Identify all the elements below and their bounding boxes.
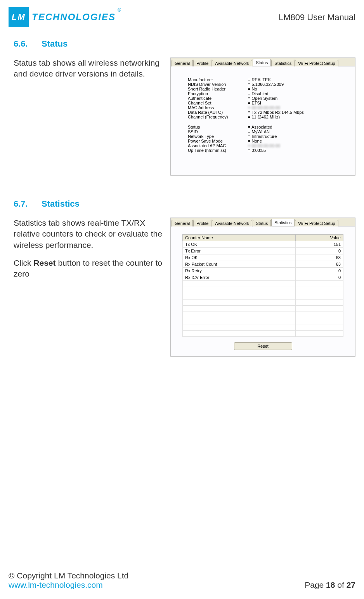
status-info-group2: StatusAssociatedSSIDMyWLANNetwork TypeIn…	[188, 125, 346, 153]
status-value: No	[248, 87, 257, 91]
tab-wi-fi-protect-setup[interactable]: Wi-Fi Protect Setup	[295, 60, 338, 66]
copyright: © Copyright LM Technologies Ltd	[9, 571, 128, 580]
table-row	[183, 281, 343, 287]
status-key: SSID	[188, 129, 248, 134]
cell-empty	[296, 281, 343, 287]
tab-profile[interactable]: Profile	[193, 60, 211, 66]
tab-general[interactable]: General	[172, 220, 193, 226]
section-description: Status tab shows all wireless networking…	[14, 57, 165, 87]
status-key: Channel Set	[188, 101, 248, 105]
status-value: 5.1066.327.2009	[248, 82, 284, 87]
status-value: Open System	[248, 96, 277, 101]
status-value: 11 (2462 MHz)	[248, 115, 280, 119]
logo-initials: LM	[12, 12, 26, 22]
status-key: Manufacturer	[188, 77, 248, 82]
table-row: Rx Retry0	[183, 268, 343, 274]
status-value: MyWLAN	[248, 129, 270, 134]
status-row: EncryptionDisabled	[188, 91, 346, 96]
status-key: Encryption	[188, 91, 248, 96]
section-number: 6.6.	[14, 39, 42, 49]
footer-left: © Copyright LM Technologies Ltd www.lm-t…	[9, 571, 128, 590]
table-row	[183, 300, 343, 306]
table-row	[183, 318, 343, 324]
cell-empty	[296, 318, 343, 324]
table-row	[183, 312, 343, 318]
footer-url: www.lm-technologies.com	[9, 580, 128, 590]
status-value: ETSI	[248, 101, 261, 105]
cell-counter-name: Tx Error	[183, 248, 296, 254]
status-value: 0:03:55	[248, 148, 266, 153]
status-row: Network TypeInfrastructure	[188, 134, 346, 139]
status-value: Tx:72 Mbps Rx:144.5 Mbps	[248, 110, 304, 115]
cell-empty	[296, 324, 343, 331]
tab-available-network[interactable]: Available Network	[212, 60, 252, 66]
table-row: Tx Error0	[183, 248, 343, 254]
cell-value: 0	[296, 274, 343, 281]
cell-empty	[296, 331, 343, 337]
cell-counter-name: Rx Retry	[183, 268, 296, 274]
cell-empty	[296, 293, 343, 300]
status-row: Associated AP MAC00:00:00:00:00	[188, 143, 346, 148]
status-value: 00:00:00:00:00	[248, 143, 280, 148]
status-value: None	[248, 139, 262, 143]
cell-empty	[183, 293, 296, 300]
tab-profile[interactable]: Profile	[193, 220, 211, 226]
status-info-group1: ManufacturerREALTEKNDIS Driver Version5.…	[188, 77, 346, 119]
status-value: REALTEK	[248, 77, 271, 82]
tab-status[interactable]: Status	[253, 59, 271, 66]
table-row	[183, 331, 343, 337]
logo-icon: LM	[9, 7, 29, 27]
status-key: Network Type	[188, 134, 248, 139]
status-row: AuthenticateOpen System	[188, 96, 346, 101]
status-row: Power Save ModeNone	[188, 139, 346, 143]
status-key: Channel (Frequency)	[188, 115, 248, 119]
status-row: SSIDMyWLAN	[188, 129, 346, 134]
table-row: Rx OK63	[183, 254, 343, 261]
cell-empty	[183, 324, 296, 331]
col-counter-name: Counter Name	[183, 235, 296, 241]
cell-value: 63	[296, 254, 343, 261]
cell-value: 63	[296, 261, 343, 268]
status-row: MAC Address00:00:00:00:00	[188, 105, 346, 110]
section-description: Statistics tab shows real-time TX/RX rel…	[14, 218, 165, 287]
status-key: NDIS Driver Version	[188, 82, 248, 87]
cell-value: 0	[296, 268, 343, 274]
status-window: GeneralProfileAvailable NetworkStatusSta…	[170, 57, 355, 176]
tab-available-network[interactable]: Available Network	[212, 220, 252, 226]
section-statistics: 6.7.Statistics Statistics tab shows real…	[0, 176, 364, 357]
logo: LM TECHNOLOGIES ®	[9, 7, 122, 27]
table-row	[183, 306, 343, 312]
section-title: Status	[42, 39, 68, 49]
table-row: Tx OK151	[183, 241, 343, 248]
status-row: Data Rate (AUTO)Tx:72 Mbps Rx:144.5 Mbps	[188, 110, 346, 115]
table-row	[183, 293, 343, 300]
cell-empty	[296, 287, 343, 293]
statistics-window: GeneralProfileAvailable NetworkStatusSta…	[170, 218, 355, 357]
tab-general[interactable]: General	[172, 60, 193, 66]
section-status: 6.6.Status Status tab shows all wireless…	[0, 27, 364, 176]
page-header: LM TECHNOLOGIES ® LM809 User Manual	[0, 0, 364, 27]
status-key: Data Rate (AUTO)	[188, 110, 248, 115]
status-value: 00:00:00:00:00	[248, 105, 280, 110]
table-row: Rx Packet Count63	[183, 261, 343, 268]
tab-statistics[interactable]: Statistics	[271, 60, 295, 66]
status-key: Authenticate	[188, 96, 248, 101]
table-row: Rx ICV Error0	[183, 274, 343, 281]
section-title: Statistics	[42, 199, 80, 209]
tab-bar: GeneralProfileAvailable NetworkStatusSta…	[171, 58, 355, 66]
statistics-body: Counter Name Value Tx OK151Tx Error0Rx O…	[171, 226, 355, 356]
tab-status[interactable]: Status	[253, 220, 271, 226]
status-key: MAC Address	[188, 105, 248, 110]
status-row: StatusAssociated	[188, 125, 346, 129]
tab-statistics[interactable]: Statistics	[271, 219, 295, 226]
cell-empty	[183, 281, 296, 287]
section-heading: 6.7.Statistics	[14, 199, 355, 209]
reset-button[interactable]: Reset	[234, 342, 292, 350]
section-heading: 6.6.Status	[14, 39, 355, 49]
status-value: Disabled	[248, 91, 268, 96]
status-key: Short Radio Header	[188, 87, 248, 91]
cell-empty	[183, 287, 296, 293]
cell-empty	[183, 306, 296, 312]
tab-wi-fi-protect-setup[interactable]: Wi-Fi Protect Setup	[295, 220, 338, 226]
cell-empty	[183, 318, 296, 324]
